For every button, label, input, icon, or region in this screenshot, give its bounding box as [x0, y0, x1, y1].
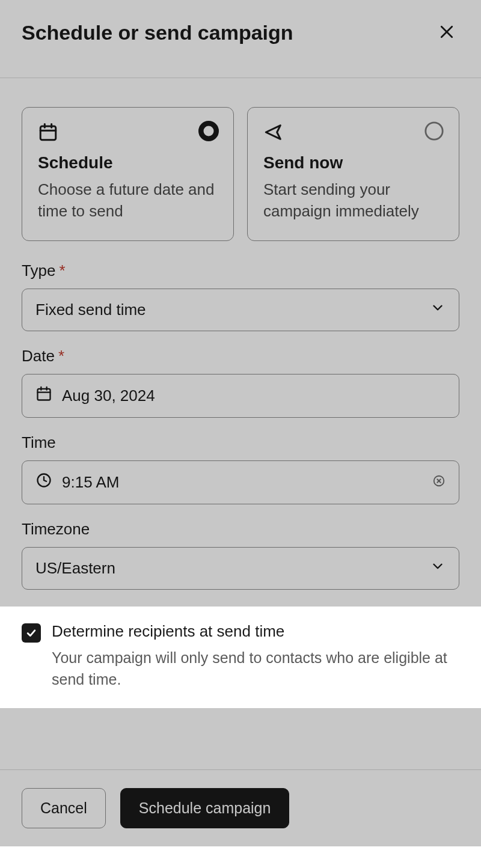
timezone-label: Timezone	[22, 520, 459, 539]
close-button[interactable]	[434, 19, 459, 46]
option-schedule-title: Schedule	[38, 153, 218, 173]
svg-point-7	[426, 123, 443, 139]
option-send-now-title: Send now	[263, 153, 443, 173]
date-value: Aug 30, 2024	[62, 387, 155, 405]
option-schedule-desc: Choose a future date and time to send	[38, 179, 218, 222]
svg-point-6	[201, 123, 216, 139]
time-value: 9:15 AM	[62, 473, 119, 492]
svg-rect-2	[40, 126, 56, 140]
type-label: Type*	[22, 261, 459, 280]
schedule-campaign-button[interactable]: Schedule campaign	[120, 788, 290, 828]
checkmark-icon	[25, 627, 37, 639]
date-input[interactable]: Aug 30, 2024	[22, 374, 459, 418]
dialog-title: Schedule or send campaign	[22, 21, 293, 44]
clear-icon[interactable]	[432, 473, 446, 492]
time-label: Time	[22, 433, 459, 452]
chevron-down-icon	[430, 558, 446, 578]
date-label: Date*	[22, 347, 459, 365]
determine-recipients-row: Determine recipients at send time Your c…	[0, 607, 481, 709]
calendar-icon	[38, 122, 218, 145]
checkbox-label: Determine recipients at send time	[52, 622, 459, 641]
form-area: Schedule Choose a future date and time t…	[0, 78, 481, 607]
timezone-value: US/Eastern	[35, 559, 115, 578]
type-select[interactable]: Fixed send time	[22, 289, 459, 331]
calendar-icon	[35, 385, 52, 406]
cancel-button[interactable]: Cancel	[22, 788, 106, 828]
timezone-select[interactable]: US/Eastern	[22, 547, 459, 590]
radio-unselected-icon	[424, 121, 444, 144]
chevron-down-icon	[430, 300, 446, 320]
time-input[interactable]: 9:15 AM	[22, 460, 459, 504]
dialog-header: Schedule or send campaign	[0, 0, 481, 78]
close-icon	[438, 23, 456, 41]
send-icon	[263, 122, 443, 145]
svg-rect-8	[38, 389, 51, 400]
clock-icon	[35, 472, 52, 493]
option-send-now[interactable]: Send now Start sending your campaign imm…	[247, 107, 459, 241]
determine-recipients-checkbox[interactable]	[22, 623, 41, 643]
dialog-footer: Cancel Schedule campaign	[0, 769, 481, 846]
type-value: Fixed send time	[35, 301, 146, 319]
option-schedule[interactable]: Schedule Choose a future date and time t…	[22, 107, 234, 241]
checkbox-desc: Your campaign will only send to contacts…	[52, 647, 459, 691]
option-send-now-desc: Start sending your campaign immediately	[263, 179, 443, 222]
radio-selected-icon	[198, 121, 219, 144]
